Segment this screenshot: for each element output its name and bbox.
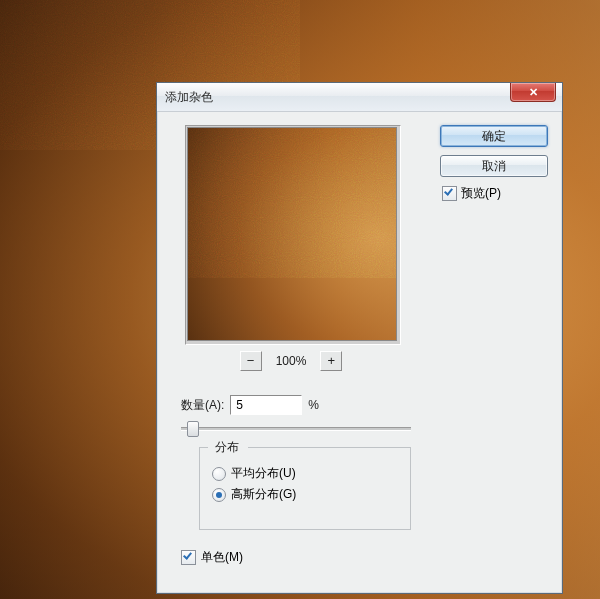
amount-label: 数量(A): — [181, 397, 224, 414]
monochrome-label: 单色(M) — [201, 549, 243, 566]
monochrome-row: 单色(M) — [181, 549, 243, 566]
preview-canvas[interactable] — [187, 127, 397, 341]
radio-row-gaussian: 高斯分布(G) — [200, 482, 410, 503]
preview-noise-overlay — [188, 128, 397, 278]
close-button[interactable]: ✕ — [510, 83, 556, 102]
dialog-content: − 100% + 确定 取消 预览(P) 数量(A): 5 % 分布 平均分布 — [165, 117, 554, 585]
radio-row-uniform: 平均分布(U) — [200, 461, 410, 482]
radio-gaussian[interactable] — [212, 488, 226, 502]
distribution-group: 分布 平均分布(U) 高斯分布(G) — [199, 447, 411, 530]
svg-rect-1 — [188, 128, 397, 278]
preview-checkbox-row: 预览(P) — [440, 185, 548, 202]
dialog-right-column: 确定 取消 预览(P) — [440, 125, 548, 202]
radio-uniform[interactable] — [212, 467, 226, 481]
amount-suffix: % — [308, 398, 319, 412]
dialog-title: 添加杂色 — [165, 89, 213, 106]
plus-icon: + — [328, 353, 336, 368]
zoom-level-label: 100% — [276, 354, 307, 368]
amount-slider[interactable] — [181, 419, 411, 437]
add-noise-dialog: 添加杂色 ✕ − 100% + 确定 取消 预览(P) — [156, 82, 563, 594]
ok-button[interactable]: 确定 — [440, 125, 548, 147]
zoom-controls: − 100% + — [185, 349, 397, 373]
zoom-out-button[interactable]: − — [240, 351, 262, 371]
preview-checkbox[interactable] — [442, 186, 457, 201]
monochrome-checkbox[interactable] — [181, 550, 196, 565]
amount-input[interactable]: 5 — [230, 395, 302, 415]
radio-uniform-label: 平均分布(U) — [231, 465, 296, 482]
cancel-button[interactable]: 取消 — [440, 155, 548, 177]
close-icon: ✕ — [529, 86, 538, 99]
zoom-in-button[interactable]: + — [320, 351, 342, 371]
dialog-titlebar[interactable]: 添加杂色 ✕ — [157, 83, 562, 112]
distribution-group-label: 分布 — [212, 439, 242, 456]
amount-row: 数量(A): 5 % — [181, 395, 319, 415]
minus-icon: − — [247, 353, 255, 368]
slider-track — [181, 427, 411, 431]
preview-checkbox-label: 预览(P) — [461, 185, 501, 202]
radio-gaussian-label: 高斯分布(G) — [231, 486, 296, 503]
preview-frame — [185, 125, 401, 345]
slider-thumb[interactable] — [187, 421, 199, 437]
